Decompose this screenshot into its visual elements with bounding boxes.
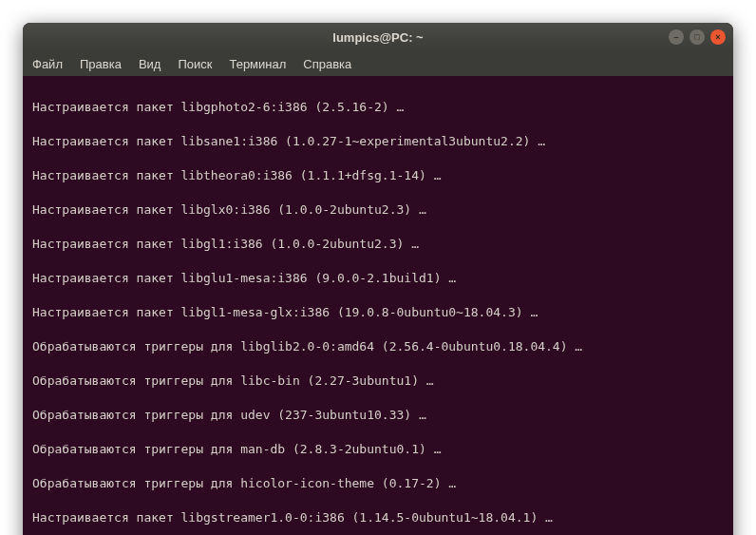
output-line: Настраивается пакет libgstreamer1.0-0:i3…: [32, 509, 724, 526]
titlebar[interactable]: lumpics@PC: ~ – □ ×: [23, 23, 733, 51]
menubar: Файл Правка Вид Поиск Терминал Справка: [23, 51, 733, 76]
close-button[interactable]: ×: [710, 29, 726, 45]
terminal-output[interactable]: Настраивается пакет libgphoto2-6:i386 (2…: [23, 76, 733, 535]
output-line: Настраивается пакет libglu1-mesa:i386 (9…: [32, 270, 724, 287]
output-line: Обрабатываются триггеры для man-db (2.8.…: [32, 441, 724, 458]
menu-help[interactable]: Справка: [303, 57, 351, 71]
menu-terminal[interactable]: Терминал: [229, 57, 286, 71]
output-line: Обрабатываются триггеры для udev (237-3u…: [32, 407, 724, 424]
minimize-button[interactable]: –: [669, 29, 684, 45]
output-line: Обрабатываются триггеры для hicolor-icon…: [32, 475, 724, 492]
output-line: Настраивается пакет libglx0:i386 (1.0.0-…: [32, 201, 724, 219]
output-line: Настраивается пакет libgl1-mesa-glx:i386…: [32, 304, 724, 321]
output-line: Настраивается пакет libtheora0:i386 (1.1…: [32, 167, 724, 184]
output-line: Настраивается пакет libsane1:i386 (1.0.2…: [32, 133, 724, 150]
output-line: Обрабатываются триггеры для libglib2.0-0…: [32, 338, 724, 355]
menu-view[interactable]: Вид: [139, 57, 161, 71]
terminal-window: lumpics@PC: ~ – □ × Файл Правка Вид Поис…: [23, 23, 733, 535]
maximize-button[interactable]: □: [690, 29, 705, 45]
window-title: lumpics@PC: ~: [332, 30, 423, 45]
output-line: Настраивается пакет libgphoto2-6:i386 (2…: [32, 99, 724, 116]
output-line: Настраивается пакет libgl1:i386 (1.0.0-2…: [32, 236, 724, 253]
menu-file[interactable]: Файл: [32, 57, 63, 71]
menu-search[interactable]: Поиск: [178, 57, 212, 71]
menu-edit[interactable]: Правка: [80, 57, 122, 71]
window-controls: – □ ×: [669, 29, 726, 45]
output-line: Обрабатываются триггеры для libc-bin (2.…: [32, 373, 724, 390]
